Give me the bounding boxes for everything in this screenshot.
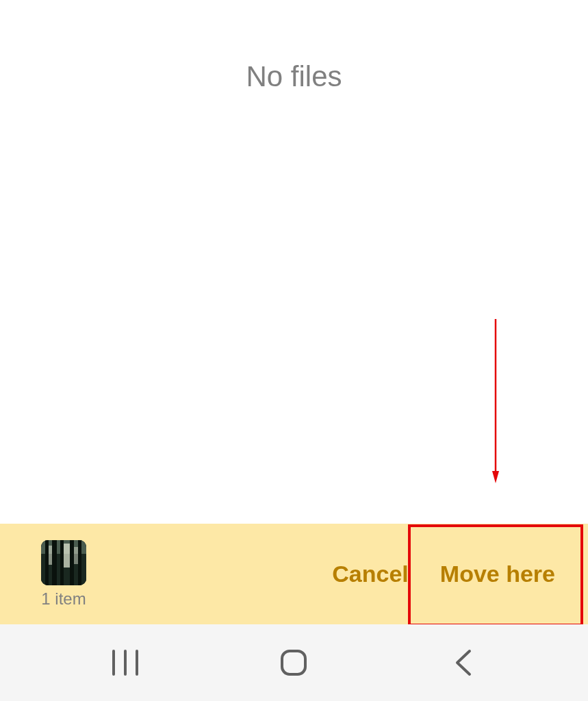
selection-preview: 1 item <box>41 540 86 609</box>
system-navigation-bar <box>0 624 588 701</box>
home-icon <box>279 648 308 677</box>
svg-rect-12 <box>74 547 78 564</box>
svg-rect-10 <box>49 546 52 565</box>
cancel-button[interactable]: Cancel <box>320 524 421 624</box>
annotation-arrow <box>492 319 499 483</box>
svg-rect-6 <box>52 540 57 585</box>
selected-item-thumbnail <box>41 540 86 585</box>
empty-folder-state: No files <box>0 0 588 93</box>
recents-button[interactable] <box>64 642 187 683</box>
move-action-bar: 1 item Cancel Move here <box>0 524 588 624</box>
svg-rect-7 <box>60 540 64 585</box>
recents-icon <box>111 650 140 676</box>
back-icon <box>453 648 472 677</box>
svg-rect-16 <box>282 651 305 674</box>
svg-rect-5 <box>45 540 49 585</box>
home-button[interactable] <box>232 642 355 683</box>
svg-rect-11 <box>64 544 70 568</box>
move-here-button[interactable]: Move here <box>421 524 574 624</box>
svg-marker-1 <box>492 471 499 483</box>
action-buttons: Cancel Move here <box>320 524 574 624</box>
svg-rect-8 <box>70 540 74 585</box>
svg-rect-9 <box>78 540 81 585</box>
empty-state-message: No files <box>0 60 588 93</box>
back-button[interactable] <box>401 642 524 683</box>
item-count-label: 1 item <box>41 589 86 609</box>
